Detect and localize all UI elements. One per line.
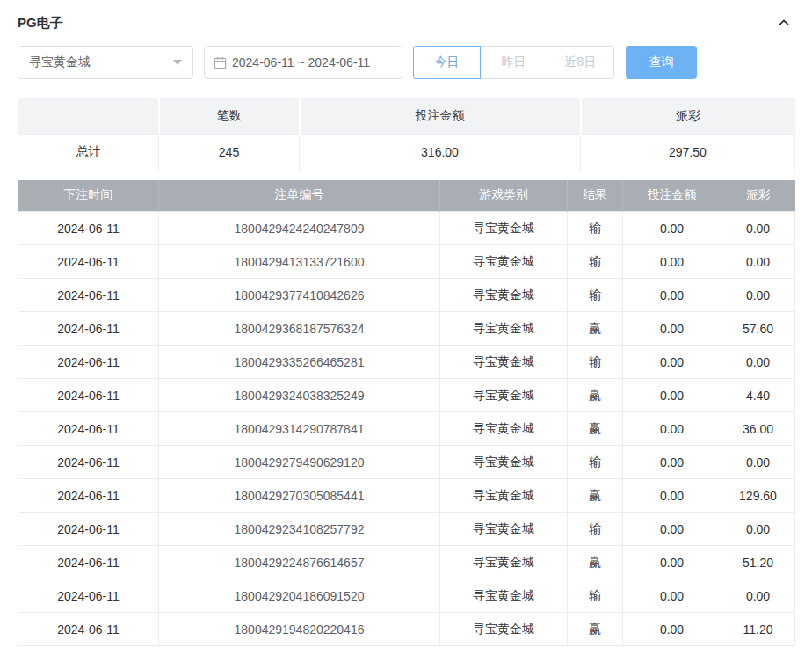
- cell-bet-amount: 0.00: [623, 379, 721, 412]
- cell-result: 输: [568, 279, 623, 312]
- cell-payout: 0.00: [721, 245, 795, 279]
- today-button[interactable]: 今日: [413, 46, 481, 79]
- panel-title: PG电子: [18, 15, 63, 32]
- cell-game-category: 寻宝黄金城: [440, 546, 568, 579]
- cell-game-category: 寻宝黄金城: [440, 479, 568, 513]
- summary-count-value: 245: [159, 134, 300, 171]
- cell-result: 赢: [568, 479, 623, 513]
- cell-bet-amount: 0.00: [623, 579, 721, 613]
- calendar-icon: [214, 56, 227, 69]
- cell-bet-amount: 0.00: [623, 546, 721, 579]
- table-row: 2024-06-11 1800429224876614657 寻宝黄金城 赢 0…: [18, 546, 795, 579]
- bet-table-header-row: 下注时间 注单编号 游戏类别 结果 投注金额 派彩: [18, 180, 795, 212]
- cell-bet-id: 1800429324038325249: [159, 379, 440, 412]
- summary-total-label: 总计: [18, 134, 159, 171]
- cell-bet-amount: 0.00: [623, 279, 721, 312]
- cell-bet-time: 2024-06-11: [18, 579, 159, 613]
- cell-result: 赢: [568, 613, 623, 646]
- cell-game-category: 寻宝黄金城: [440, 346, 568, 379]
- cell-result: 输: [568, 446, 623, 479]
- date-range-value: 2024-06-11 ~ 2024-06-11: [232, 55, 370, 69]
- table-row: 2024-06-11 1800429335266465281 寻宝黄金城 输 0…: [18, 346, 795, 379]
- cell-game-category: 寻宝黄金城: [440, 412, 568, 446]
- cell-bet-time: 2024-06-11: [18, 346, 159, 379]
- cell-bet-time: 2024-06-11: [18, 546, 159, 579]
- cell-bet-id: 1800429194820220416: [159, 613, 440, 646]
- cell-result: 输: [568, 212, 623, 245]
- cell-payout: 0.00: [721, 513, 795, 546]
- summary-bet-amount-value: 316.00: [300, 134, 581, 171]
- cell-game-category: 寻宝黄金城: [440, 513, 568, 546]
- cell-bet-time: 2024-06-11: [18, 279, 159, 312]
- cell-bet-amount: 0.00: [623, 312, 721, 346]
- table-row: 2024-06-11 1800429424240247809 寻宝黄金城 输 0…: [18, 212, 795, 245]
- cell-payout: 0.00: [721, 279, 795, 312]
- date-range-picker[interactable]: 2024-06-11 ~ 2024-06-11: [204, 46, 402, 79]
- cell-bet-id: 1800429224876614657: [159, 546, 440, 579]
- cell-game-category: 寻宝黄金城: [440, 446, 568, 479]
- cell-bet-amount: 0.00: [623, 212, 721, 245]
- cell-result: 赢: [568, 379, 623, 412]
- table-row: 2024-06-11 1800429377410842626 寻宝黄金城 输 0…: [18, 279, 795, 312]
- summary-header-payout: 派彩: [581, 98, 795, 134]
- panel-header: PG电子: [18, 0, 794, 40]
- header-game-category: 游戏类别: [440, 180, 568, 212]
- cell-result: 赢: [568, 312, 623, 346]
- cell-bet-amount: 0.00: [623, 479, 721, 513]
- last-8-days-button[interactable]: 近8日: [547, 46, 614, 79]
- cell-bet-id: 1800429314290787841: [159, 412, 440, 446]
- cell-game-category: 寻宝黄金城: [440, 279, 568, 312]
- filter-row: 寻宝黄金城 2024-06-11 ~ 2024-06-11 今日 昨日 近8日 …: [18, 46, 794, 79]
- quick-date-buttons: 今日 昨日 近8日: [413, 46, 614, 79]
- cell-bet-amount: 0.00: [623, 412, 721, 446]
- search-button[interactable]: 查询: [626, 46, 697, 79]
- cell-bet-amount: 0.00: [623, 513, 721, 546]
- table-row: 2024-06-11 1800429413133721600 寻宝黄金城 输 0…: [18, 245, 795, 279]
- cell-payout: 0.00: [721, 446, 795, 479]
- summary-header-count: 笔数: [159, 98, 300, 134]
- bet-records-table: 下注时间 注单编号 游戏类别 结果 投注金额 派彩 2024-06-11 180…: [18, 180, 795, 647]
- table-row: 2024-06-11 1800429204186091520 寻宝黄金城 输 0…: [18, 579, 795, 613]
- cell-bet-amount: 0.00: [623, 613, 721, 646]
- collapse-chevron-up-icon[interactable]: [773, 12, 794, 33]
- cell-bet-id: 1800429279490629120: [159, 446, 440, 479]
- cell-bet-id: 1800429234108257792: [159, 513, 440, 546]
- summary-header-blank: [18, 98, 159, 134]
- cell-result: 输: [568, 513, 623, 546]
- table-row: 2024-06-11 1800429279490629120 寻宝黄金城 输 0…: [18, 446, 795, 479]
- cell-payout: 0.00: [721, 212, 795, 245]
- cell-game-category: 寻宝黄金城: [440, 312, 568, 346]
- header-bet-amount: 投注金额: [623, 180, 721, 212]
- cell-bet-id: 1800429424240247809: [159, 212, 440, 245]
- summary-table: 笔数 投注金额 派彩 总计 245 316.00 297.50: [18, 98, 795, 171]
- cell-payout: 4.40: [721, 379, 795, 412]
- cell-bet-time: 2024-06-11: [18, 379, 159, 412]
- cell-payout: 0.00: [721, 346, 795, 379]
- cell-bet-time: 2024-06-11: [18, 513, 159, 546]
- cell-payout: 57.60: [721, 312, 795, 346]
- summary-payout-value: 297.50: [581, 134, 795, 171]
- cell-game-category: 寻宝黄金城: [440, 379, 568, 412]
- cell-bet-amount: 0.00: [623, 446, 721, 479]
- yesterday-button[interactable]: 昨日: [480, 46, 547, 79]
- header-bet-id: 注单编号: [159, 180, 440, 212]
- game-select-value: 寻宝黄金城: [29, 55, 91, 70]
- summary-header-bet-amount: 投注金额: [300, 98, 581, 134]
- table-row: 2024-06-11 1800429324038325249 寻宝黄金城 赢 0…: [18, 379, 795, 412]
- cell-result: 输: [568, 346, 623, 379]
- table-row: 2024-06-11 1800429194820220416 寻宝黄金城 赢 0…: [18, 613, 795, 646]
- cell-game-category: 寻宝黄金城: [440, 613, 568, 646]
- table-row: 2024-06-11 1800429314290787841 寻宝黄金城 赢 0…: [18, 412, 795, 446]
- cell-bet-amount: 0.00: [623, 245, 721, 279]
- table-row: 2024-06-11 1800429270305085441 寻宝黄金城 赢 0…: [18, 479, 795, 513]
- cell-bet-id: 1800429413133721600: [159, 245, 440, 279]
- cell-bet-id: 1800429368187576324: [159, 312, 440, 346]
- cell-result: 输: [568, 579, 623, 613]
- cell-payout: 11.20: [721, 613, 795, 646]
- header-payout: 派彩: [721, 180, 795, 212]
- cell-game-category: 寻宝黄金城: [440, 212, 568, 245]
- header-result: 结果: [568, 180, 623, 212]
- summary-header-row: 笔数 投注金额 派彩: [18, 98, 795, 134]
- cell-bet-id: 1800429335266465281: [159, 346, 440, 379]
- game-select[interactable]: 寻宝黄金城: [18, 46, 193, 79]
